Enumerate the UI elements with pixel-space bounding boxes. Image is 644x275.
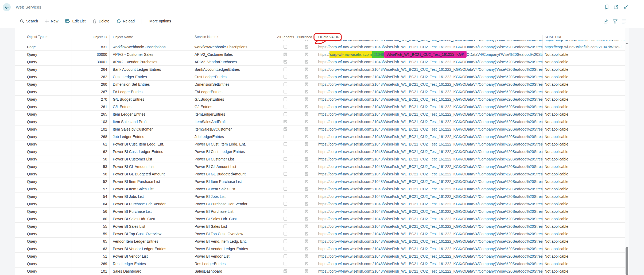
table-row[interactable]: Query 264 Bank Account Ledger Entries Ba… [15,66,625,73]
row-selector-gutter[interactable] [15,40,27,43]
published-checkbox[interactable] [305,150,308,153]
all-tenants-checkbox[interactable] [284,150,287,153]
all-tenants-checkbox[interactable] [284,142,287,146]
published-checkbox[interactable] [305,82,308,86]
row-selector-gutter[interactable] [15,125,27,133]
table-row[interactable]: Query 102 Item Sales by Customer ItemSal… [15,125,625,133]
published-checkbox[interactable] [305,127,308,131]
all-tenants-checkbox[interactable] [284,75,287,78]
all-tenants-checkbox[interactable] [284,45,287,49]
row-selector-gutter[interactable] [15,155,27,163]
row-selector-gutter[interactable] [15,148,27,155]
table-row[interactable]: Query 63 Power BI Vendor Ledger Entries … [15,245,625,253]
cell-odata-v4-url[interactable]: https://corp-wf-nav.wisefish.com:21048/W… [315,103,543,110]
row-selector-gutter[interactable] [15,51,27,58]
all-tenants-checkbox[interactable] [284,135,287,138]
column-header-all-tenants[interactable]: All Tenants [274,35,294,40]
table-row[interactable]: Query 65 Vendor Item Ledger Entries Powe… [15,238,625,245]
all-tenants-checkbox[interactable] [284,127,287,131]
row-selector-gutter[interactable] [15,43,27,50]
table-row[interactable]: Query 262 Cust. Ledger Entries Cust.Ledg… [15,73,625,81]
cell-odata-v4-url[interactable]: https://corp-wf-nav.wisefish.com:21048/W… [315,81,543,88]
table-row[interactable]: Query 59 Power BI Top Cust. Overview Pow… [15,230,625,238]
delete-button[interactable]: Delete [92,19,109,23]
published-checkbox[interactable] [305,239,308,243]
row-selector-gutter[interactable] [15,260,27,267]
row-selector-gutter[interactable] [15,103,27,110]
all-tenants-checkbox[interactable] [284,225,287,228]
row-selector-gutter[interactable] [15,178,27,185]
cell-odata-v4-url[interactable]: https://corp-wf-nav.wisefish.com:21048/W… [315,170,543,178]
table-row[interactable]: Query 103 Item Sales and Profit ItemSale… [15,118,625,125]
cell-odata-v4-url[interactable]: https://corp-wf-nav.wisefish.com:21048/W… [315,238,543,245]
cell-odata-v4-url[interactable]: https://corp-wf-nav.wisefish.com:21048/W… [315,178,543,185]
all-tenants-checkbox[interactable] [284,262,287,265]
published-checkbox[interactable] [305,165,308,168]
table-row[interactable]: Query 30001 APIV2 - Vendor Purchases API… [15,58,625,66]
table-row[interactable]: Query 54 Power BI Jobs List Power BI Job… [15,193,625,200]
collapse-window-icon[interactable] [623,5,628,10]
cell-odata-v4-url[interactable]: https://corp-wf-nav.wisefish.com:21048/W… [315,155,543,163]
published-checkbox[interactable] [305,157,308,161]
table-row[interactable]: Query 56 Power BI Purchase List Power BI… [15,208,625,215]
scrollbar-thumb[interactable] [626,247,628,275]
scroll-up-arrow[interactable] [626,42,628,44]
cell-odata-v4-url[interactable]: https://corp-wf-nav.wisefish.com:21048/W… [315,245,543,252]
all-tenants-checkbox[interactable] [284,202,287,206]
row-selector-gutter[interactable] [15,208,27,215]
published-checkbox[interactable] [305,262,308,265]
cell-soap-url[interactable]: https://corp-wf-nav.wisefish.com:21047/W… [543,43,625,50]
cell-odata-v4-url[interactable]: https://corp-wf-nav.wisefish.com:21048/W… [315,193,543,200]
column-header-object-id[interactable]: Object ID [72,35,110,40]
cell-odata-v4-url[interactable]: https://corp-wf-nav.wisefish.com:21048/W… [315,66,543,73]
column-header-service-name[interactable]: Service Name↑ [193,35,274,40]
row-selector-gutter[interactable] [15,118,27,125]
cell-odata-v4-url[interactable]: https://corp-wf-nav.wisefish.com:21048/W… [315,125,543,133]
all-tenants-checkbox[interactable] [284,60,287,64]
more-options-button[interactable]: More options [149,19,171,23]
all-tenants-checkbox[interactable] [284,254,287,258]
table-row[interactable]: Query 267 FA Ledger Entries FALedgerEntr… [15,88,625,96]
row-selector-gutter[interactable] [15,238,27,245]
all-tenants-checkbox[interactable] [284,210,287,213]
published-checkbox[interactable] [305,75,308,78]
table-row[interactable]: Query 62 Power BI Cust. Ledger Entries P… [15,148,625,155]
table-row[interactable]: Query 30000 APIV2 - Customer Sales APIV2… [15,51,625,58]
published-checkbox[interactable] [305,172,308,176]
row-selector-gutter[interactable] [15,111,27,118]
cell-odata-v4-url[interactable]: https://corp-wf-nav.wisefish.com:21048/W… [315,133,543,140]
all-tenants-checkbox[interactable] [284,105,287,108]
row-selector-gutter[interactable] [15,66,27,73]
published-checkbox[interactable] [305,225,308,228]
published-checkbox[interactable] [305,254,308,258]
published-checkbox[interactable] [305,210,308,213]
published-checkbox[interactable] [305,90,308,93]
cell-odata-v4-url[interactable]: https://corp-wf-nav.wisefish.com:21048/W… [315,118,543,125]
all-tenants-checkbox[interactable] [284,247,287,250]
table-row[interactable]: Query 51 Power BI Vendor List Power BI V… [15,253,625,260]
cell-odata-v4-url[interactable]: https://corp-wf-nav.wisefish.com:21048/W… [315,208,543,215]
published-checkbox[interactable] [305,45,308,49]
bookmark-icon[interactable] [605,5,609,10]
cell-odata-v4-url[interactable]: https://corp-wf-nav.wisefish.com:21048/W… [315,185,543,192]
table-row[interactable]: Query 64 Power BI Purchase Hdr. Vendor P… [15,200,625,208]
all-tenants-checkbox[interactable] [284,82,287,86]
table-row[interactable]: Query 53 Power BI GL Amount List Power B… [15,163,625,170]
column-header-object-name[interactable]: Object Name [110,35,193,40]
cell-odata-v4-url[interactable]: https://corp-wf-nav.wisefish.com:21048/W… [315,223,543,230]
published-checkbox[interactable] [305,142,308,146]
table-row[interactable]: Page 831 workflowWebhookSubscriptions wo… [15,43,625,51]
row-selector-gutter[interactable] [15,133,27,140]
cell-odata-v4-url[interactable]: https://corp-wf-nav.wisefish.com:21048/W… [315,43,543,50]
row-selector-gutter[interactable] [15,230,27,237]
cell-odata-v4-url[interactable]: https://corp-wf-nav.wisefish.com:21048/W… [315,111,543,118]
row-selector-gutter[interactable] [15,185,27,192]
cell-odata-v4-url[interactable]: https://corp-wf-nav.wisefish.com:21048/W… [315,230,543,237]
table-row[interactable]: Query 260 Dimension Set Entries Dimensio… [15,81,625,88]
all-tenants-checkbox[interactable] [284,172,287,176]
published-checkbox[interactable] [305,112,308,116]
row-selector-gutter[interactable] [15,81,27,88]
table-row[interactable]: Query 60 Power BI Sales Hdr. Cust. Power… [15,215,625,223]
cell-odata-v4-url[interactable]: https://corp-wf-nav.wisefish.com:21048/W… [315,200,543,207]
new-button[interactable]: New [45,19,58,23]
